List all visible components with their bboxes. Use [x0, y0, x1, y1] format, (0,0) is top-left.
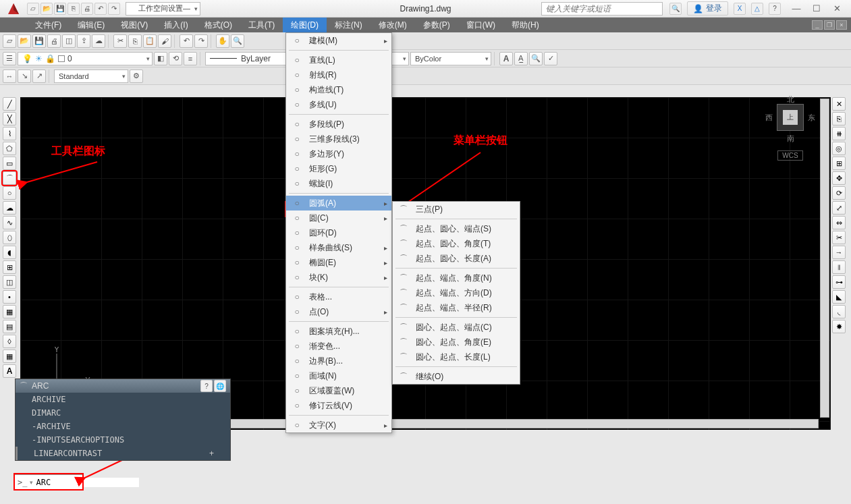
draw-menu-item[interactable]: ○建模(M): [286, 33, 391, 48]
cmd-suggestion[interactable]: LINEARCONTRAST +: [16, 447, 230, 460]
point-icon[interactable]: •: [3, 290, 16, 304]
block-icon[interactable]: ◫: [3, 275, 16, 289]
cloud-icon[interactable]: ☁: [92, 34, 105, 48]
hatch-icon[interactable]: ▦: [3, 305, 16, 318]
login-button[interactable]: 👤登录: [687, 1, 728, 16]
extend-icon[interactable]: →: [832, 246, 846, 259]
arc-menu-item[interactable]: ⌒继续(O): [393, 369, 520, 384]
join-icon[interactable]: ⊶: [832, 275, 846, 289]
draw-menu-item[interactable]: ○渐变色...: [286, 339, 391, 354]
cmd-suggestion[interactable]: ARCHIVE: [16, 393, 230, 406]
layer-state-icon[interactable]: ≡: [184, 52, 197, 65]
circle-icon[interactable]: ○: [3, 186, 16, 200]
new-icon[interactable]: ▱: [3, 34, 16, 48]
table-icon[interactable]: ▦: [3, 349, 16, 363]
draw-menu-item[interactable]: ○直线(L): [286, 53, 391, 67]
arc-menu-item[interactable]: ⌒圆心、起点、角度(E): [393, 335, 520, 349]
draw-menu-item[interactable]: ○区域覆盖(W): [286, 383, 391, 398]
scale-icon[interactable]: ⤢: [832, 201, 846, 215]
array-icon[interactable]: ⊞: [832, 157, 846, 170]
spell-icon[interactable]: ✓: [544, 52, 557, 65]
arc-menu-item[interactable]: ⌒圆心、起点、端点(C): [393, 320, 520, 335]
help-icon[interactable]: ?: [769, 3, 781, 15]
arc-menu-item[interactable]: ⌒圆心、起点、长度(L): [393, 349, 520, 364]
dim-icon[interactable]: ↔: [3, 69, 16, 83]
explode-icon[interactable]: ✸: [832, 320, 846, 333]
qat-undo-icon[interactable]: ↶: [94, 3, 107, 15]
mdi-minimize[interactable]: _: [812, 20, 823, 30]
redo-icon[interactable]: ↷: [194, 34, 208, 48]
move-icon[interactable]: ✥: [832, 171, 846, 185]
draw-menu-item[interactable]: ○图案填充(H)...: [286, 324, 391, 339]
close-button[interactable]: ✕: [827, 2, 847, 16]
draw-menu-item[interactable]: ○圆弧(A): [286, 196, 391, 211]
arc-menu-item[interactable]: ⌒起点、端点、半径(R): [393, 300, 520, 315]
trim-icon[interactable]: ✂: [832, 231, 846, 244]
line-icon[interactable]: ╱: [3, 97, 16, 111]
menu-help[interactable]: 帮助(H): [503, 18, 547, 32]
draw-menu-item[interactable]: ○多边形(Y): [286, 146, 391, 161]
plot-icon[interactable]: 🖨: [47, 34, 61, 48]
find-icon[interactable]: 🔍: [529, 52, 543, 65]
arc-menu-item[interactable]: ⌒三点(P): [393, 202, 520, 217]
chamfer-icon[interactable]: ◣: [832, 290, 846, 304]
stretch-icon[interactable]: ⇔: [832, 216, 846, 229]
search-input[interactable]: [541, 2, 663, 16]
revcloud-icon[interactable]: ☁: [3, 201, 16, 215]
menu-view[interactable]: 视图(V): [113, 18, 156, 32]
menu-param[interactable]: 参数(P): [415, 18, 458, 32]
save-icon[interactable]: 💾: [32, 34, 46, 48]
pan-icon[interactable]: ✋: [216, 34, 229, 48]
menu-tools[interactable]: 工具(T): [240, 18, 283, 32]
layer-props-icon[interactable]: ☰: [3, 52, 16, 65]
arc-menu-item[interactable]: ⌒起点、圆心、端点(S): [393, 221, 520, 236]
zoom-icon[interactable]: 🔍: [231, 34, 244, 48]
break-icon[interactable]: ⦀: [832, 260, 846, 274]
menu-format[interactable]: 格式(O): [196, 18, 240, 32]
xline-icon[interactable]: ╳: [3, 112, 16, 125]
menu-insert[interactable]: 插入(I): [156, 18, 196, 32]
draw-menu-item[interactable]: ○射线(R): [286, 67, 391, 82]
rectangle-icon[interactable]: ▭: [3, 157, 16, 170]
ellipse-icon[interactable]: ⬯: [3, 231, 16, 244]
app-logo[interactable]: [4, 1, 23, 16]
ellipsearc-icon[interactable]: ◖: [3, 246, 16, 259]
cut-icon[interactable]: ✂: [113, 34, 127, 48]
draw-menu-item[interactable]: ○边界(B)...: [286, 354, 391, 368]
qat-redo-icon[interactable]: ↷: [108, 3, 120, 15]
gradient-icon[interactable]: ▤: [3, 320, 16, 333]
maximize-button[interactable]: ☐: [806, 2, 827, 16]
menu-dimension[interactable]: 标注(N): [327, 18, 370, 32]
offset-icon[interactable]: ◎: [832, 142, 846, 155]
draw-menu-item[interactable]: ○矩形(G): [286, 161, 391, 176]
layer-iso-icon[interactable]: ◧: [154, 52, 167, 65]
preview-icon[interactable]: ◫: [62, 34, 76, 48]
draw-menu-item[interactable]: ○圆环(D): [286, 225, 391, 240]
insert-icon[interactable]: ⊞: [3, 260, 16, 274]
mtext-icon[interactable]: A: [3, 364, 16, 378]
binoculars-icon[interactable]: 🔍: [669, 3, 682, 15]
vertical-scrollbar[interactable]: [820, 99, 829, 418]
leader-icon[interactable]: ↘: [18, 69, 31, 83]
menu-draw[interactable]: 绘图(D): [283, 18, 327, 32]
region-icon[interactable]: ◊: [3, 335, 16, 348]
menu-file[interactable]: 文件(F): [27, 18, 70, 32]
rotate-icon[interactable]: ⟳: [832, 186, 846, 200]
style-btn-icon[interactable]: ⚙: [130, 69, 143, 83]
layer-dropdown[interactable]: 💡 ☀ 🔒 0: [18, 52, 153, 65]
qat-new-icon[interactable]: ▱: [27, 3, 39, 15]
mdi-restore[interactable]: ❐: [824, 20, 835, 30]
draw-menu-item[interactable]: ○椭圆(E): [286, 255, 391, 270]
color-dropdown[interactable]: ByColor: [410, 52, 491, 65]
wcs-label[interactable]: WCS: [777, 150, 802, 161]
draw-menu-item[interactable]: ○构造线(T): [286, 82, 391, 97]
fillet-icon[interactable]: ◟: [832, 305, 846, 318]
cmd-suggestion[interactable]: DIMARC: [16, 406, 230, 420]
exchange-cloud-icon[interactable]: △: [751, 3, 763, 15]
cmd-suggestion[interactable]: -ARCHIVE: [16, 420, 230, 433]
open-icon[interactable]: 📂: [18, 34, 31, 48]
menu-edit[interactable]: 编辑(E): [70, 18, 113, 32]
arc-menu-item[interactable]: ⌒起点、圆心、角度(T): [393, 236, 520, 251]
draw-menu-item[interactable]: ○圆(C): [286, 211, 391, 225]
draw-menu-item[interactable]: ○多线(U): [286, 97, 391, 112]
